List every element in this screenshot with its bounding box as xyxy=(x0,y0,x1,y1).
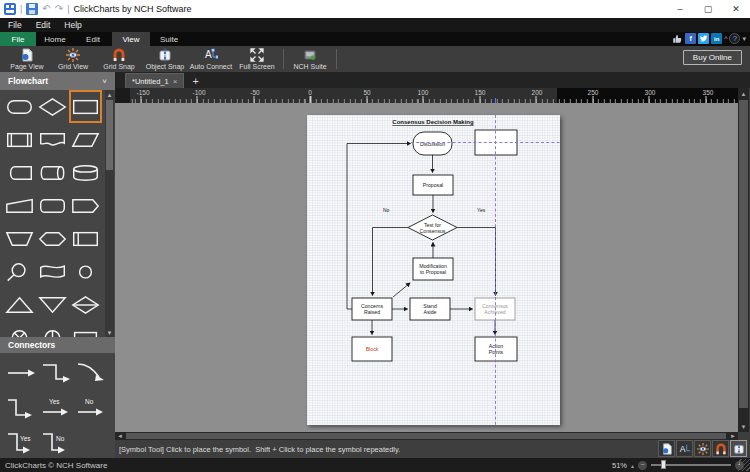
connector-curved-arrow[interactable] xyxy=(73,355,108,391)
horizontal-scrollbar[interactable]: ◄ ► xyxy=(115,432,738,440)
connector-elbow-yes-arrow[interactable]: Yes xyxy=(3,427,38,458)
save-icon[interactable] xyxy=(26,3,38,15)
undo-icon[interactable]: ↶ xyxy=(42,4,50,14)
twitter-icon[interactable] xyxy=(698,33,709,44)
shape-decision[interactable] xyxy=(36,90,69,123)
connector-elbow-no-arrow[interactable]: No xyxy=(38,427,73,458)
page-view-toggle[interactable] xyxy=(658,440,675,457)
nch-suite-button[interactable]: NCH Suite xyxy=(287,46,333,72)
menu-edit[interactable]: Edit xyxy=(36,20,51,30)
object-snap-button[interactable]: Object Snap xyxy=(142,46,188,72)
palette-scrollbar[interactable]: ▲ ▼ xyxy=(105,90,114,337)
menu-help[interactable]: Help xyxy=(64,20,81,30)
shape-predefined-process[interactable] xyxy=(3,123,36,156)
ribbon-tab-edit[interactable]: Edit xyxy=(74,32,112,46)
connectors-section-header[interactable]: Connectors xyxy=(0,337,115,353)
menu-file[interactable]: File xyxy=(8,20,22,30)
shape-extract[interactable] xyxy=(3,288,36,321)
shape-preparation[interactable] xyxy=(36,222,69,255)
buy-online-button[interactable]: Buy Online xyxy=(683,50,742,65)
shape-manual-operation[interactable] xyxy=(3,222,36,255)
ruler-label: 100 xyxy=(418,89,429,96)
shape-loop-limit[interactable] xyxy=(3,255,36,288)
grid-snap-icon xyxy=(715,443,727,455)
drawing-canvas[interactable]: No Yes Consensus Decision Making Discuss… xyxy=(115,103,738,432)
shape-summing-junction[interactable] xyxy=(36,321,69,337)
shape-connector[interactable] xyxy=(69,255,102,288)
vertical-scrollbar[interactable]: ▲ ▼ xyxy=(738,88,749,432)
zoom-caret-icon[interactable]: ▴ xyxy=(631,462,634,469)
full-screen-button[interactable]: Full Screen xyxy=(234,46,280,72)
connector-yes-arrow[interactable]: Yes xyxy=(38,391,73,427)
help-icon[interactable]: ? xyxy=(729,33,740,44)
auto-connect-toggle[interactable]: A xyxy=(676,440,693,457)
shape-or-junction[interactable] xyxy=(3,321,36,337)
chevron-down-icon: ˅ xyxy=(102,77,107,86)
palette-category-dropdown[interactable]: Flowchart ˅ xyxy=(0,72,115,90)
shape-merge[interactable] xyxy=(36,288,69,321)
object-snap-toggle[interactable] xyxy=(730,440,747,457)
grid-snap-button[interactable]: Grid Snap xyxy=(96,46,142,72)
scroll-up-icon[interactable]: ▲ xyxy=(105,90,114,99)
shape-flag[interactable] xyxy=(36,255,69,288)
zoom-out-button[interactable]: − xyxy=(638,461,647,470)
scrollbar-thumb[interactable] xyxy=(126,433,726,439)
scroll-right-icon[interactable]: ► xyxy=(728,432,738,440)
scrollbar-thumb[interactable] xyxy=(739,100,748,408)
linkedin-icon[interactable]: in xyxy=(711,33,722,44)
toolbar-separator xyxy=(283,49,284,69)
ribbon-tab-suite[interactable]: Suite xyxy=(150,32,188,46)
minimize-button[interactable]: – xyxy=(666,0,694,18)
thumbs-up-icon[interactable] xyxy=(672,33,683,44)
shape-manual-input[interactable] xyxy=(3,189,36,222)
shape-alternate-process[interactable] xyxy=(36,189,69,222)
shape-sort[interactable] xyxy=(69,288,102,321)
grid-snap-toggle[interactable] xyxy=(712,440,729,457)
close-button[interactable]: ✕ xyxy=(722,0,750,18)
shape-direct-access-storage[interactable] xyxy=(36,156,69,189)
zoom-level[interactable]: 51% xyxy=(612,461,627,470)
shape-stored-data[interactable] xyxy=(3,156,36,189)
shape-terminator[interactable] xyxy=(3,90,36,123)
facebook-icon[interactable]: f xyxy=(685,33,696,44)
connector-straight-arrow[interactable] xyxy=(3,355,38,391)
shape-process-selected[interactable] xyxy=(69,90,102,123)
zoom-slider-handle[interactable] xyxy=(661,460,666,469)
shape-data[interactable] xyxy=(69,123,102,156)
ribbon-tab-file[interactable]: File xyxy=(0,32,36,46)
grid-snap-icon xyxy=(112,48,126,62)
grid-view-toggle[interactable] xyxy=(694,440,711,457)
shape-document[interactable] xyxy=(36,123,69,156)
connector-elbow-arrow[interactable] xyxy=(38,355,73,391)
connector-no-arrow[interactable]: No xyxy=(73,391,108,427)
maximize-button[interactable]: ▢ xyxy=(694,0,722,18)
scroll-left-icon[interactable]: ◄ xyxy=(115,432,125,440)
scroll-up-icon[interactable]: ▲ xyxy=(738,88,749,99)
grid-view-button[interactable]: Grid View xyxy=(50,46,96,72)
redo-icon[interactable]: ↷ xyxy=(55,4,63,14)
auto-connect-button[interactable]: A Auto Connect xyxy=(188,46,234,72)
scroll-down-icon[interactable]: ▼ xyxy=(738,421,749,432)
flowchart-page[interactable]: No Yes Consensus Decision Making Discuss… xyxy=(307,115,560,425)
zoom-slider[interactable] xyxy=(651,464,731,466)
shape-display[interactable] xyxy=(69,189,102,222)
ruler-label: -100 xyxy=(192,89,205,96)
shape-internal-storage[interactable] xyxy=(69,222,102,255)
chart-title[interactable]: Consensus Decision Making xyxy=(392,119,474,125)
ribbon-tab-view[interactable]: View xyxy=(112,32,150,46)
grid-view-icon xyxy=(66,48,80,62)
tab-close-icon[interactable]: × xyxy=(173,77,178,86)
help-dropdown-caret-icon[interactable]: ▾ xyxy=(742,35,746,43)
scroll-down-icon[interactable]: ▼ xyxy=(105,328,114,337)
ribbon-tab-home[interactable]: Home xyxy=(36,32,74,46)
shape-card[interactable] xyxy=(69,321,102,337)
new-tab-button[interactable]: + xyxy=(192,74,198,88)
page-view-button[interactable]: Page View xyxy=(4,46,50,72)
resize-grip[interactable] xyxy=(738,459,750,471)
scrollbar-thumb[interactable] xyxy=(106,100,113,170)
edge-feedback-discussion xyxy=(347,144,411,310)
collapse-caret-icon[interactable]: ^ xyxy=(724,35,727,42)
document-tab-untitled1[interactable]: *Untitled_1 × xyxy=(125,73,184,88)
connector-elbow-arrow-2[interactable] xyxy=(3,391,38,427)
shape-database[interactable] xyxy=(69,156,102,189)
